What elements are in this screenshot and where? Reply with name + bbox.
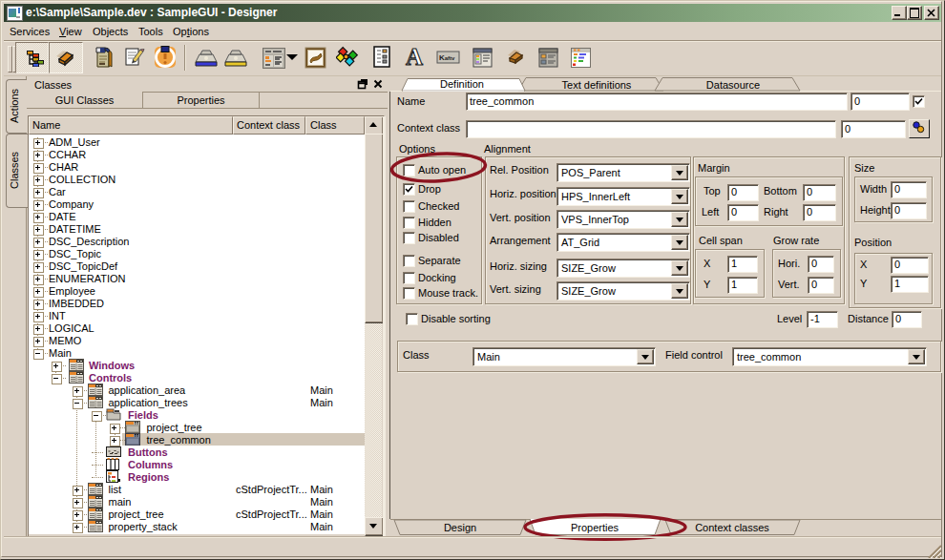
- svg-text:Kaftv: Kaftv: [439, 53, 455, 62]
- svg-text:A: A: [406, 45, 423, 70]
